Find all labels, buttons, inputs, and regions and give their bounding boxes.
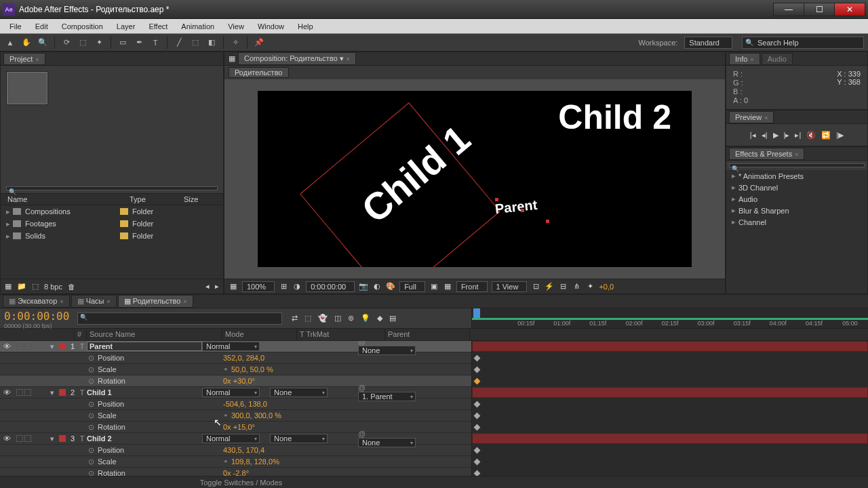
property-value[interactable]: 0x +15,0° <box>223 423 255 431</box>
keyframe-icon[interactable] <box>474 367 481 373</box>
pickwhip-icon[interactable]: @ <box>358 384 366 392</box>
selection-tool-icon[interactable]: ▲ <box>4 37 16 49</box>
stopwatch-icon[interactable]: ⊙ <box>88 400 98 409</box>
time-display[interactable]: 0:00:00:00 <box>306 281 355 292</box>
stopwatch-icon[interactable]: ⊙ <box>88 365 98 374</box>
layer-duration-bar[interactable] <box>472 341 868 352</box>
composition-canvas[interactable]: Child 2 Child 1 Parent <box>258 91 692 267</box>
twirl-icon[interactable]: ▾ <box>47 388 57 397</box>
stopwatch-icon[interactable]: ⊙ <box>88 423 98 432</box>
maximize-button[interactable]: ☐ <box>804 3 835 16</box>
keyframe-icon[interactable] <box>474 447 481 454</box>
layer-duration-bar[interactable] <box>472 387 868 398</box>
project-columns[interactable]: Name Type Size <box>1 193 223 205</box>
trash-icon[interactable]: 🗑 <box>68 283 75 291</box>
layer-name-input[interactable] <box>87 342 202 351</box>
twirl-icon[interactable]: ▾ <box>47 342 57 351</box>
menu-help[interactable]: Help <box>291 20 320 33</box>
mode-select[interactable]: Normal <box>202 388 260 397</box>
pickwhip-icon[interactable]: @ <box>358 430 366 438</box>
keyframe-icon[interactable] <box>474 424 481 431</box>
bpc-label[interactable]: 8 bpc <box>44 283 62 291</box>
col-size[interactable]: Size <box>184 195 198 203</box>
keyframe-icon[interactable] <box>474 459 481 466</box>
next-frame-icon[interactable]: |▸ <box>784 131 790 140</box>
stopwatch-icon[interactable]: ⊙ <box>88 458 98 466</box>
layer-child2-text[interactable]: Child 2 <box>558 98 671 137</box>
loop-icon[interactable]: 🔁 <box>821 131 831 140</box>
play-icon[interactable]: ▶ <box>773 131 778 140</box>
transparency-icon[interactable]: ▦ <box>443 282 452 291</box>
timeline-layers[interactable]: 👁▾1TNormal@None⊙Position352,0, 284,0⊙Sca… <box>0 341 471 476</box>
keyframe-icon[interactable] <box>474 355 481 362</box>
anchor-handle[interactable] <box>521 209 524 212</box>
prev-frame-icon[interactable]: ◂| <box>762 131 768 140</box>
first-frame-icon[interactable]: |◂ <box>750 131 756 140</box>
property-value[interactable]: 50,0, 50,0 % <box>231 365 273 373</box>
property-value[interactable]: 430,5, 170,4 <box>223 446 264 454</box>
effects-item[interactable]: ▸Audio <box>726 193 867 205</box>
comp-icon[interactable]: ⬚ <box>32 282 39 291</box>
roi-icon[interactable]: ▣ <box>429 282 439 291</box>
trkmat-select[interactable]: None <box>270 388 328 397</box>
parent-select[interactable]: 1. Parent <box>358 392 416 401</box>
property-value[interactable]: 300,0, 300,0 % <box>231 411 281 420</box>
layer-parent-text[interactable]: Parent <box>494 197 538 217</box>
stopwatch-icon[interactable]: ⊙ <box>88 446 98 455</box>
timeline-icon[interactable]: ⊟ <box>558 282 568 291</box>
col-name[interactable]: Name <box>7 195 116 203</box>
property-value[interactable]: 109,8, 128,0% <box>231 458 279 466</box>
pan-behind-tool-icon[interactable]: ✦ <box>93 37 105 49</box>
link-icon[interactable]: ⚭ <box>223 366 229 373</box>
trkmat-select[interactable]: None <box>270 434 328 443</box>
menu-composition[interactable]: Composition <box>55 20 110 33</box>
property-row[interactable]: ⊙Rotation0x -2,8° <box>0 468 471 476</box>
grid-icon[interactable]: ▦ <box>229 282 238 291</box>
layer-duration-bar[interactable] <box>472 433 868 444</box>
pen-tool-icon[interactable]: ✒ <box>133 37 145 49</box>
auto-keyframe-icon[interactable]: ◆ <box>377 314 382 323</box>
info-tab[interactable]: Info× <box>729 53 760 65</box>
scroll-left-icon[interactable]: ◂ <box>205 282 210 291</box>
pickwhip-icon[interactable]: @ <box>358 341 366 346</box>
timeline-tab[interactable]: ▦ Экскаватор× <box>3 295 70 308</box>
effects-tab[interactable]: Effects & Presets× <box>729 148 804 160</box>
clone-tool-icon[interactable]: ⬚ <box>189 37 201 49</box>
minimize-button[interactable]: — <box>773 3 804 16</box>
workspace-select[interactable]: Standard <box>684 37 732 49</box>
layer-color[interactable] <box>59 389 66 396</box>
twirl-icon[interactable]: ▾ <box>47 434 57 443</box>
preview-tab[interactable]: Preview× <box>729 111 774 123</box>
rect-tool-icon[interactable]: ▭ <box>117 37 129 49</box>
menu-edit[interactable]: Edit <box>28 20 55 33</box>
effects-item[interactable]: ▸* Animation Presets <box>726 170 867 182</box>
project-list[interactable]: ▸CompositionsFolder ▸FootagesFolder ▸Sol… <box>1 205 223 279</box>
stopwatch-icon[interactable]: ⊙ <box>88 469 98 476</box>
property-value[interactable]: -504,6, 138,0 <box>223 400 267 408</box>
snapshot-icon[interactable]: 📷 <box>359 282 368 291</box>
property-value[interactable]: 352,0, 284,0 <box>223 354 264 362</box>
pixel-aspect-icon[interactable]: ⊡ <box>531 282 540 291</box>
project-search-input[interactable] <box>6 186 218 190</box>
time-ruler[interactable]: 00:15f 01:00f 01:15f 02:00f 02:15f 03:00… <box>471 308 868 328</box>
last-frame-icon[interactable]: ▸| <box>795 131 801 140</box>
property-value[interactable]: 0x +30,0° <box>223 377 255 385</box>
keyframe-icon[interactable] <box>474 413 481 420</box>
comp-tab[interactable]: Composition: Родительство ▾× <box>238 52 356 65</box>
puppet-tool-icon[interactable]: 📌 <box>253 37 265 49</box>
project-item[interactable]: ▸FootagesFolder <box>1 218 223 230</box>
anchor-handle[interactable] <box>495 198 498 201</box>
mode-select[interactable]: Normal <box>202 342 260 351</box>
color-icon[interactable]: 🎨 <box>386 282 395 291</box>
views-select[interactable]: 1 View <box>492 281 528 292</box>
stopwatch-icon[interactable]: ⊙ <box>88 377 98 386</box>
menu-window[interactable]: Window <box>251 20 291 33</box>
visibility-icon[interactable]: 👁 <box>0 342 14 350</box>
hand-tool-icon[interactable]: ✋ <box>20 37 33 49</box>
effects-item[interactable]: ▸3D Channel <box>726 182 867 193</box>
timeline-tracks[interactable] <box>471 341 868 476</box>
close-button[interactable]: ✕ <box>834 3 865 16</box>
effects-item[interactable]: ▸Channel <box>726 216 867 228</box>
resolution-select[interactable]: Full <box>399 281 425 292</box>
timecode[interactable]: 0:00:00:00 00000 (30.00 fps) <box>0 308 75 328</box>
